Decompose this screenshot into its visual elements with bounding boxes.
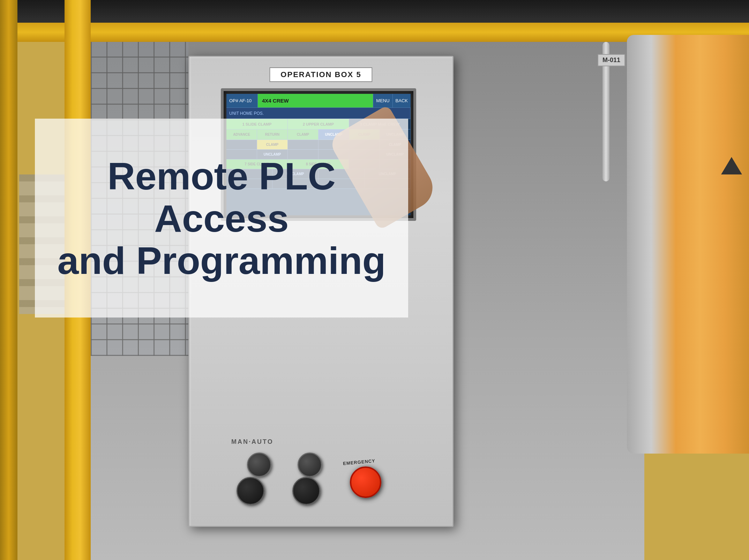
- title-line1: Remote PLC Access: [107, 155, 336, 240]
- operation-box-label: OPERATION BOX 5: [269, 67, 372, 82]
- knob-right[interactable]: [298, 453, 322, 477]
- background-scene: M-011 OPERATION BOX 5 OP# AF-10 4X4 CREW…: [0, 0, 749, 560]
- op-number-display: OP# AF-10: [226, 94, 258, 107]
- back-button[interactable]: BACK: [392, 94, 411, 107]
- emergency-stop-button[interactable]: [350, 466, 381, 498]
- yellow-beam-far-left: [0, 0, 17, 560]
- top-right-label: M-011: [598, 54, 625, 66]
- menu-button[interactable]: MENU: [373, 94, 392, 107]
- main-title: Remote PLC Access and Programming: [56, 155, 387, 282]
- title-line2: and Programming: [57, 239, 385, 282]
- crew-button[interactable]: 4X4 CREW: [258, 94, 373, 107]
- text-overlay: Remote PLC Access and Programming: [35, 119, 408, 318]
- man-auto-label: MAN·AUTO: [231, 438, 274, 446]
- button-bottom-left[interactable]: [237, 477, 264, 505]
- button-bottom-mid[interactable]: [292, 477, 320, 505]
- emergency-label: EMERGENCY: [343, 458, 376, 466]
- arrow-indicator: [721, 157, 742, 174]
- knob-left[interactable]: [247, 453, 271, 477]
- curved-parts-right: [627, 35, 749, 454]
- screen-header: OP# AF-10 4X4 CREW MENU BACK: [226, 94, 411, 108]
